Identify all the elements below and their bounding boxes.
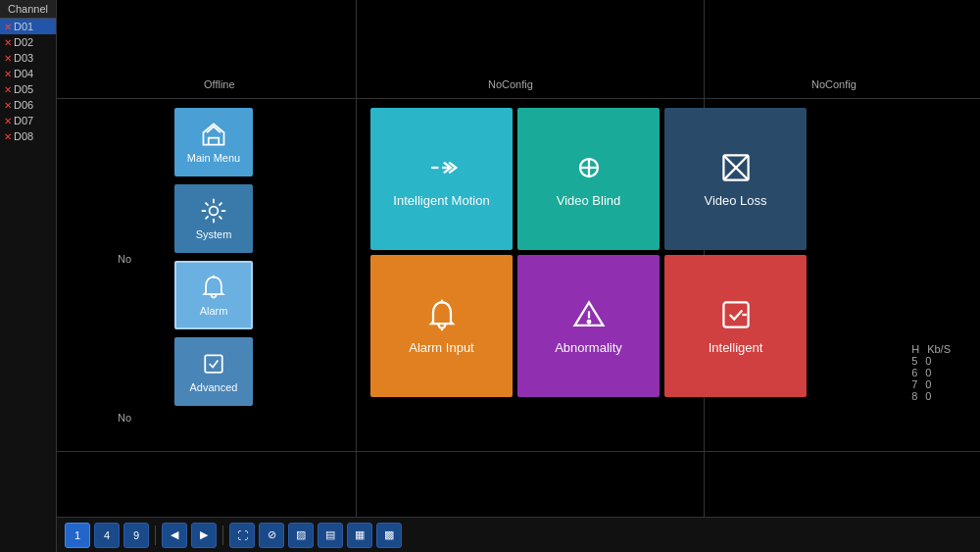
tile-intelligent-motion[interactable]: Intelligent Motion — [370, 108, 513, 250]
label-noconfig-side3: No — [118, 412, 131, 424]
main-content: Offline NoConfig NoConfig No NoConfig No… — [57, 0, 980, 517]
hline-bottom — [57, 451, 980, 452]
main-menu-button[interactable]: Main Menu — [174, 108, 253, 176]
toolbar-separator-2 — [222, 526, 223, 545]
channel-d06[interactable]: ✕D06 — [0, 97, 56, 113]
tile-intelligent[interactable]: Intelligent — [664, 255, 807, 397]
advanced-button[interactable]: Advanced — [174, 337, 253, 406]
channel-d02[interactable]: ✕D02 — [0, 34, 56, 50]
toolbar-separator-1 — [155, 526, 156, 545]
channel-d04[interactable]: ✕D04 — [0, 66, 56, 81]
toolbar: 1 4 9 ◀ ▶ ⛶ ⊘ ▨ ▤ ▦ ▩ — [57, 517, 980, 552]
sidebar: Channel ✕D01 ✕D02 ✕D03 ✕D04 ✕D05 ✕D06 ✕D… — [0, 0, 57, 552]
stat-5-value: 0 — [925, 355, 931, 367]
sidebar-header: Channel — [0, 0, 56, 19]
hline-top — [57, 98, 980, 99]
toolbar-btn-network[interactable]: ▦ — [347, 523, 372, 548]
toolbar-btn-record[interactable]: ⊘ — [259, 523, 284, 548]
stat-7-value: 0 — [925, 378, 931, 390]
svg-rect-3 — [205, 355, 222, 373]
label-noconfig1: NoConfig — [488, 78, 533, 90]
right-stats: H Kb/S 5 0 6 0 7 0 8 0 — [911, 343, 951, 402]
stat-8-label: 8 — [911, 390, 917, 402]
tile-video-loss[interactable]: Video Loss — [664, 108, 807, 250]
label-offline: Offline — [204, 78, 235, 90]
svg-point-14 — [587, 321, 590, 324]
channel-d08[interactable]: ✕D08 — [0, 128, 56, 144]
stat-7-label: 7 — [911, 378, 917, 390]
channel-d03[interactable]: ✕D03 — [0, 50, 56, 66]
tile-alarm-input[interactable]: Alarm Input — [370, 255, 513, 397]
stat-header-value: Kb/S — [927, 343, 951, 355]
tile-video-blind[interactable]: Video Blind — [517, 108, 660, 250]
label-noconfig-side1: No — [118, 253, 131, 265]
stat-5-label: 5 — [911, 355, 917, 367]
toolbar-btn-playback[interactable]: ▤ — [318, 523, 343, 548]
toolbar-btn-1[interactable]: 1 — [65, 523, 90, 548]
toolbar-btn-4[interactable]: 4 — [94, 523, 120, 548]
toolbar-btn-settings[interactable]: ▩ — [376, 523, 402, 548]
stat-6-label: 6 — [911, 367, 917, 378]
channel-d05[interactable]: ✕D05 — [0, 81, 56, 97]
system-button[interactable]: System — [174, 184, 253, 253]
alarm-button[interactable]: Alarm — [174, 261, 253, 329]
toolbar-btn-snapshot[interactable]: ▨ — [288, 523, 314, 548]
stat-header-label: H — [911, 343, 919, 355]
stat-6-value: 0 — [925, 367, 931, 378]
stat-8-value: 0 — [925, 390, 931, 402]
channel-list: ✕D01 ✕D02 ✕D03 ✕D04 ✕D05 ✕D06 ✕D07 ✕D08 — [0, 19, 56, 144]
toolbar-btn-prev[interactable]: ◀ — [162, 523, 187, 548]
label-noconfig2: NoConfig — [811, 78, 857, 90]
svg-point-1 — [210, 207, 219, 216]
menu-panel: Main Menu System Alarm Advanced — [174, 108, 253, 406]
channel-d07[interactable]: ✕D07 — [0, 113, 56, 128]
vline-left — [356, 0, 357, 517]
toolbar-btn-next[interactable]: ▶ — [191, 523, 217, 548]
toolbar-btn-9[interactable]: 9 — [123, 523, 149, 548]
channel-d01[interactable]: ✕D01 — [0, 19, 56, 34]
tiles-grid: Intelligent Motion Video Blind Video Los… — [370, 108, 807, 397]
tile-abnormality[interactable]: Abnormality — [517, 255, 660, 397]
toolbar-btn-fullscreen[interactable]: ⛶ — [229, 523, 255, 548]
